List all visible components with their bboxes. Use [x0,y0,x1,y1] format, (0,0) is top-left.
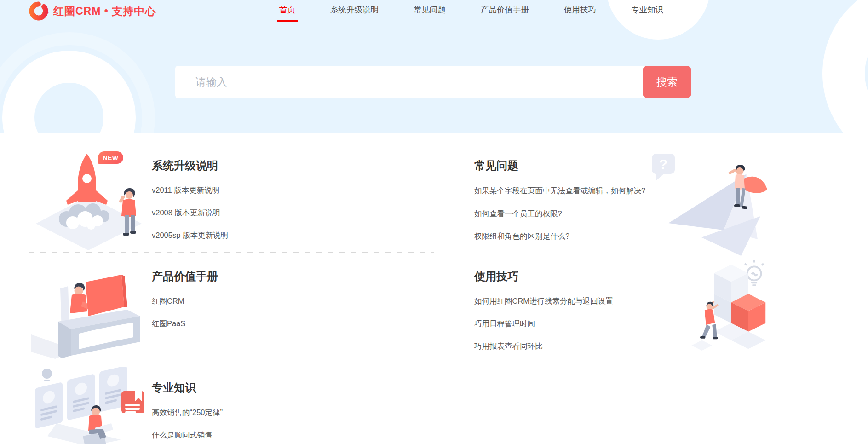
nav-item-upgrade-notes[interactable]: 系统升级说明 [330,0,379,26]
dotted-divider [434,256,837,256]
section-links: 红圈CRM 红圈PaaS [152,296,218,328]
link-hongquan-crm[interactable]: 红圈CRM [152,296,218,306]
section-links: 高效销售的“250定律” 什么是顾问式销售 [152,408,223,439]
nav-item-value-handbook[interactable]: 产品价值手册 [481,0,529,26]
svg-text:CRM: CRM [42,11,49,14]
rocket-launch-illustration [32,146,145,251]
support-center-page: CRM 红圈CRM • 支持中心 首页 系统升级说明 常见问题 产品价值手册 使… [0,0,868,444]
column-divider [434,146,434,377]
link-v2011-release-notes[interactable]: v2011 版本更新说明 [152,185,228,195]
link-hongquan-paas[interactable]: 红圈PaaS [152,319,218,328]
link-field-not-visible[interactable]: 如果某个字段在页面中无法查看或编辑，如何解决? [474,185,651,196]
link-permission-group-vs-role[interactable]: 权限组和角色的区别是什么? [474,231,651,241]
search-input[interactable] [175,66,646,98]
link-schedule-time-management[interactable]: 巧用日程管理时间 [474,319,723,328]
nav-item-tips[interactable]: 使用技巧 [564,0,596,26]
nav-item-knowledge[interactable]: 专业知识 [631,0,663,26]
section-title-tips[interactable]: 使用技巧 [474,270,723,283]
dotted-divider [29,366,434,366]
section-faq: 常见问题 如果某个字段在页面中无法查看或编辑，如何解决? 如何查看一个员工的权限… [474,159,651,241]
section-links: 如何用红圈CRM进行线索分配与退回设置 巧用日程管理时间 巧用报表查看同环比 [474,296,723,351]
new-badge: NEW [98,151,123,164]
section-links: 如果某个字段在页面中无法查看或编辑，如何解决? 如何查看一个员工的权限? 权限组… [474,185,651,241]
section-tips: 使用技巧 如何用红圈CRM进行线索分配与退回设置 巧用日程管理时间 巧用报表查看… [474,270,723,351]
link-v2008-release-notes[interactable]: v2008 版本更新说明 [152,208,228,217]
link-lead-assignment-settings[interactable]: 如何用红圈CRM进行线索分配与退回设置 [474,296,723,306]
dotted-divider [29,252,434,253]
section-value-handbook: 产品价值手册 红圈CRM 红圈PaaS [152,270,218,328]
brand-ring-icon: CRM [29,1,49,21]
brand-logo[interactable]: CRM 红圈CRM • 支持中心 [29,1,156,21]
brand-title: 红圈CRM • 支持中心 [53,4,156,18]
section-title-faq[interactable]: 常见问题 [474,159,651,173]
link-v2005sp-release-notes[interactable]: v2005sp 版本更新说明 [152,231,228,240]
search-bar: 搜索 [175,66,691,98]
link-report-comparison[interactable]: 巧用报表查看同环比 [474,341,723,351]
search-button[interactable]: 搜索 [643,66,691,98]
link-250-rule-of-sales[interactable]: 高效销售的“250定律” [152,408,223,417]
documents-reading-illustration [31,367,146,444]
svg-text:?: ? [659,156,667,172]
link-consultative-selling[interactable]: 什么是顾问式销售 [152,430,223,439]
link-view-employee-permission[interactable]: 如何查看一个员工的权限? [474,209,651,218]
nav-item-home[interactable]: 首页 [279,0,295,26]
section-title-knowledge[interactable]: 专业知识 [152,381,223,395]
workstation-illustration [31,265,146,359]
section-upgrade: 系统升级说明 v2011 版本更新说明 v2008 版本更新说明 v2005sp… [152,159,228,240]
header: CRM 红圈CRM • 支持中心 首页 系统升级说明 常见问题 产品价值手册 使… [0,0,868,29]
nav-item-faq[interactable]: 常见问题 [414,0,446,26]
paper-plane-illustration: ? [651,147,768,257]
section-title-upgrade[interactable]: 系统升级说明 [152,159,228,173]
section-links: v2011 版本更新说明 v2008 版本更新说明 v2005sp 版本更新说明 [152,185,228,240]
section-title-value-handbook[interactable]: 产品价值手册 [152,270,218,283]
section-knowledge: 专业知识 高效销售的“250定律” 什么是顾问式销售 [152,381,223,439]
main-nav: 首页 系统升级说明 常见问题 产品价值手册 使用技巧 专业知识 [279,0,663,26]
